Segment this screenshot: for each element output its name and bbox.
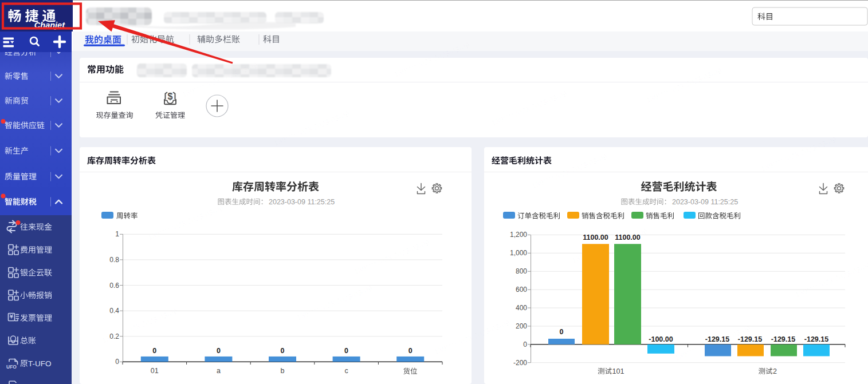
svg-text:T-UFO: T-UFO bbox=[28, 359, 52, 368]
svg-text:0: 0 bbox=[217, 347, 221, 355]
svg-text:-129.15: -129.15 bbox=[738, 335, 762, 343]
svg-text:01: 01 bbox=[151, 367, 159, 375]
svg-text:0: 0 bbox=[409, 347, 413, 355]
svg-text:1100.00: 1100.00 bbox=[583, 233, 608, 242]
svg-text:2: 2 bbox=[773, 367, 777, 375]
svg-text:1,000: 1,000 bbox=[510, 249, 527, 257]
svg-text:-129.15: -129.15 bbox=[804, 335, 828, 343]
svg-text:-129.15: -129.15 bbox=[771, 335, 795, 343]
svg-text:0: 0 bbox=[152, 347, 156, 355]
svg-text:0: 0 bbox=[523, 341, 527, 349]
svg-text:0: 0 bbox=[281, 347, 285, 355]
svg-text:1: 1 bbox=[115, 230, 119, 238]
svg-text:101: 101 bbox=[612, 367, 625, 375]
svg-text:0.6: 0.6 bbox=[109, 282, 119, 290]
svg-text:0: 0 bbox=[344, 347, 348, 355]
svg-text:c: c bbox=[344, 367, 348, 375]
svg-text:2023-03-09 11:25:25: 2023-03-09 11:25:25 bbox=[672, 198, 738, 206]
svg-text:UFO: UFO bbox=[6, 364, 17, 370]
svg-text:200: 200 bbox=[516, 322, 527, 330]
svg-text:-200: -200 bbox=[513, 359, 527, 367]
svg-text:0: 0 bbox=[560, 328, 564, 336]
svg-text:b: b bbox=[281, 367, 285, 375]
svg-text:-100.00: -100.00 bbox=[649, 335, 673, 343]
svg-text:0.8: 0.8 bbox=[109, 256, 119, 264]
svg-text:1,200: 1,200 bbox=[510, 231, 527, 239]
svg-text:400: 400 bbox=[516, 304, 527, 312]
svg-text:2023-03-09 11:25:25: 2023-03-09 11:25:25 bbox=[269, 198, 335, 206]
svg-text:$: $ bbox=[168, 92, 173, 101]
svg-text:0: 0 bbox=[115, 358, 119, 366]
svg-text:800: 800 bbox=[516, 267, 527, 275]
svg-text:0.4: 0.4 bbox=[109, 307, 119, 315]
svg-text:a: a bbox=[217, 367, 221, 375]
svg-text:600: 600 bbox=[516, 286, 527, 294]
